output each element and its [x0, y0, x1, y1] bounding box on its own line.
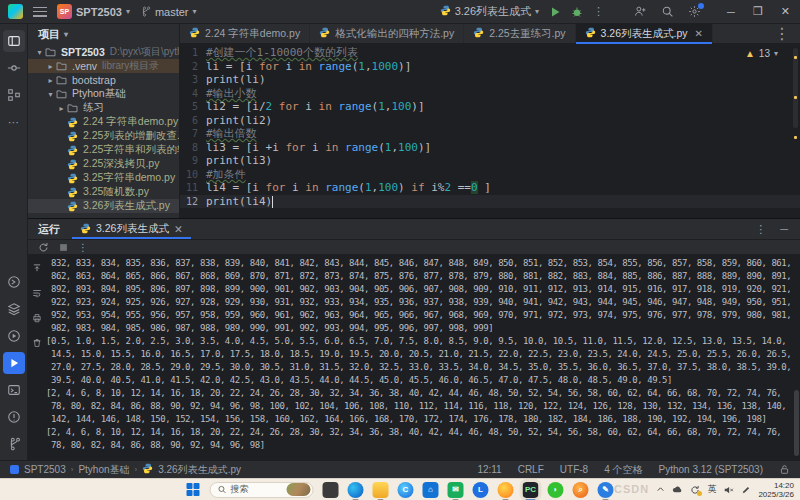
mail-icon[interactable]: ✉	[448, 482, 464, 498]
edge-browser-icon[interactable]	[348, 482, 364, 498]
problems-tool-icon[interactable]	[3, 406, 25, 428]
pen-app-icon[interactable]: ✎	[598, 482, 614, 498]
pycharm-icon[interactable]: PC	[523, 482, 539, 498]
scroll-to-top-icon[interactable]	[32, 259, 42, 277]
close-icon[interactable]: ✕	[695, 28, 703, 39]
tree-item[interactable]: ▾Ptyhon基础	[28, 87, 179, 101]
branch-selector[interactable]: master ▾	[140, 6, 197, 18]
chevron-down-icon[interactable]: ▾	[34, 48, 45, 57]
chevron-right-icon[interactable]: ▸	[45, 62, 56, 71]
code-line[interactable]: 2li = [i for i in range(1,1000)]	[180, 60, 800, 74]
soft-wrap-icon[interactable]	[32, 284, 42, 302]
run-tab[interactable]: 3.26列表生成式 ✕	[72, 219, 191, 239]
firefox-icon[interactable]	[498, 482, 514, 498]
clear-icon[interactable]	[32, 334, 42, 352]
code-line[interactable]: 12print(li4)	[180, 195, 800, 209]
taskbar-clock[interactable]: 14:20 2025/3/26	[758, 481, 794, 499]
tree-item[interactable]: 2.25列表的增删改查.py	[28, 129, 179, 143]
code-line[interactable]: 8li3 = [i +i for i in range(1,100)]	[180, 141, 800, 155]
run-configuration-selector[interactable]: 3.26列表生成式 ▾	[440, 4, 539, 19]
editor-tab[interactable]: 2.24 字符串demo.py	[180, 24, 310, 43]
tree-item[interactable]: 3.25字符串demo.py	[28, 171, 179, 185]
lenovo-app-icon[interactable]: L	[473, 482, 489, 498]
maximize-button[interactable]: ❒	[753, 5, 763, 18]
code-line[interactable]: 7#输出倍数	[180, 127, 800, 141]
terminal-tool-icon[interactable]	[3, 379, 25, 401]
hide-panel-icon[interactable]: ─	[780, 223, 788, 236]
breadcrumb-item[interactable]: SPT2503	[24, 464, 66, 475]
rerun-icon[interactable]	[38, 242, 49, 253]
more-actions-icon[interactable]: ⋮	[755, 223, 766, 236]
tab-options-icon[interactable]: ⋮	[764, 24, 800, 43]
breadcrumb-item[interactable]: Ptyhon基础	[78, 463, 129, 477]
speaker-mute-icon[interactable]	[723, 485, 734, 495]
structure-tool-icon[interactable]	[3, 84, 25, 106]
pen-icon[interactable]	[741, 485, 751, 495]
file-explorer-icon[interactable]	[373, 482, 389, 498]
tree-item[interactable]: ▸bootstrap	[28, 73, 179, 87]
code-line[interactable]: 6print(li2)	[180, 114, 800, 128]
chevron-down-icon[interactable]: ▾	[45, 90, 56, 99]
run-button[interactable]	[549, 6, 561, 18]
run-tool-icon[interactable]	[3, 352, 25, 374]
tree-item[interactable]: ▾SPT2503D:\pyx\项目\python\myflask	[28, 45, 179, 59]
editor-tab[interactable]: 格式化输出的四种方法.py	[310, 24, 464, 43]
run-anything-tool-icon[interactable]	[3, 325, 25, 347]
services-tool-icon[interactable]	[3, 298, 25, 320]
code-line[interactable]: 4#输出小数	[180, 87, 800, 101]
tree-item[interactable]: 2.25字符串和列表的转换.py	[28, 143, 179, 157]
code-line[interactable]: 11li4 = [i for i in range(1,100) if i%2 …	[180, 181, 800, 195]
cloud-icon[interactable]	[672, 485, 683, 494]
settings-gear-icon[interactable]	[688, 5, 701, 18]
console-output[interactable]: 832, 833, 834, 835, 836, 837, 838, 839, …	[46, 255, 800, 460]
editor-tab[interactable]: 3.26列表生成式.py✕	[576, 24, 713, 43]
browser-icon[interactable]: C	[398, 482, 414, 498]
main-menu-icon[interactable]	[33, 7, 47, 17]
code-line[interactable]: 9print(li3)	[180, 154, 800, 168]
more-actions-icon[interactable]: ⋮	[78, 242, 88, 253]
chevron-right-icon[interactable]: ▸	[45, 76, 56, 85]
task-view-icon[interactable]	[323, 482, 339, 498]
taskbar-search-input[interactable]: 搜索	[210, 482, 314, 498]
status-widget[interactable]: Python 3.12 (SPT2503)	[658, 464, 763, 475]
search-app-icon[interactable]: ⌕	[573, 482, 589, 498]
sync-icon[interactable]	[690, 485, 700, 495]
tree-item[interactable]: ▸.venvlibrary根目录	[28, 59, 179, 73]
chevron-right-icon[interactable]: ▸	[56, 104, 67, 113]
console-scrollbar[interactable]	[794, 390, 799, 456]
debug-button[interactable]	[571, 6, 583, 18]
code-line[interactable]: 1#创建一个1-10000个数的列表	[180, 46, 800, 60]
status-widget[interactable]: 4 个空格	[604, 463, 642, 477]
more-actions-icon[interactable]: ⋮	[593, 5, 604, 18]
search-everywhere-icon[interactable]	[661, 5, 674, 18]
breadcrumb-item[interactable]: 3.26列表生成式.py	[158, 463, 241, 477]
chevron-down-icon[interactable]: ▾	[64, 30, 68, 39]
python-console-tool-icon[interactable]	[3, 271, 25, 293]
code-with-me-icon[interactable]	[634, 5, 647, 18]
code-line[interactable]: 3print(li)	[180, 73, 800, 87]
tree-item[interactable]: 3.26列表生成式.py	[28, 199, 179, 213]
store-icon[interactable]: ⌂	[423, 482, 439, 498]
start-button-icon[interactable]	[187, 483, 201, 497]
close-icon[interactable]: ✕	[174, 223, 183, 235]
tray-expand-icon[interactable]	[656, 485, 665, 494]
inspections-widget[interactable]: ▲ 13 ▾	[745, 47, 778, 61]
stop-icon[interactable]	[59, 243, 68, 252]
more-tools-icon[interactable]: ⋯	[3, 111, 25, 133]
code-line[interactable]: 10#加条件	[180, 168, 800, 182]
project-selector[interactable]: SP SPT2503 ▾	[57, 4, 130, 19]
status-widget[interactable]: CRLF	[518, 464, 544, 475]
tree-item[interactable]: ▸练习	[28, 101, 179, 115]
search-highlight-image[interactable]	[287, 483, 311, 496]
wechat-icon[interactable]: ◗	[548, 482, 564, 498]
commit-tool-icon[interactable]	[3, 57, 25, 79]
code-line[interactable]: 5li2 = [i/2 for i in range(1,100)]	[180, 100, 800, 114]
minimize-button[interactable]: ─	[727, 6, 735, 18]
git-tool-icon[interactable]	[3, 433, 25, 455]
tree-item[interactable]: 3.25随机数.py	[28, 185, 179, 199]
code-editor[interactable]: 1#创建一个1-10000个数的列表2li = [i for i in rang…	[180, 44, 800, 218]
close-button[interactable]: ✕	[781, 5, 790, 18]
editor-scrollbar[interactable]	[793, 48, 798, 128]
tree-item[interactable]: 2.25深浅拷贝.py	[28, 157, 179, 171]
tree-item[interactable]: 2.24 字符串demo.py	[28, 115, 179, 129]
